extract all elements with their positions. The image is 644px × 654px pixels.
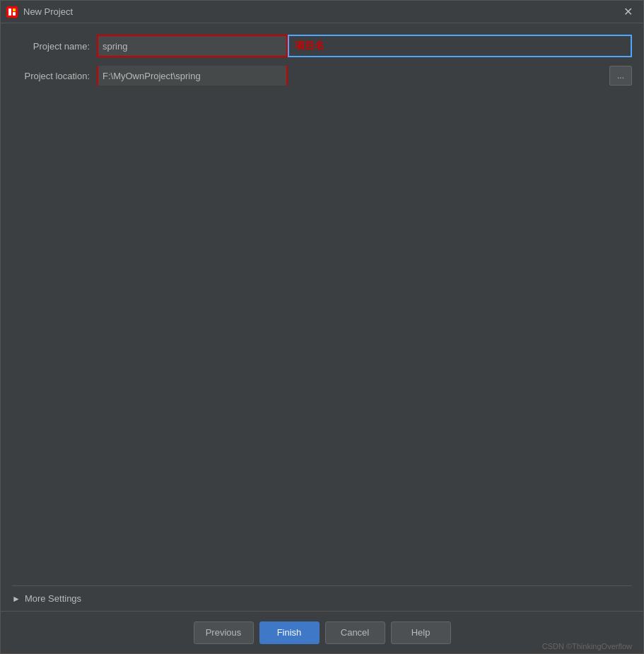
svg-rect-0 <box>6 6 18 18</box>
project-name-row: Project name: 项目名 <box>12 35 632 57</box>
title-bar: New Project ✕ <box>1 1 643 23</box>
cancel-button[interactable]: Cancel <box>325 621 385 644</box>
svg-rect-2 <box>13 12 16 16</box>
content-spacer <box>12 94 632 585</box>
button-bar: Previous Finish Cancel Help CSDN ©Thinki… <box>1 611 643 653</box>
location-right: ... <box>288 66 632 86</box>
app-icon <box>6 6 18 18</box>
project-name-input[interactable] <box>98 36 286 56</box>
more-settings[interactable]: ► More Settings <box>12 585 632 611</box>
more-settings-label: More Settings <box>25 593 81 604</box>
dialog-content: Project name: 项目名 Project location: ... <box>1 23 643 611</box>
project-name-input-wrapper <box>97 35 288 57</box>
browse-button[interactable]: ... <box>609 66 632 86</box>
more-settings-arrow-icon: ► <box>12 594 21 604</box>
finish-button[interactable]: Finish <box>259 621 320 644</box>
project-location-group: ... <box>97 66 632 86</box>
project-location-input[interactable] <box>98 66 286 86</box>
new-project-dialog: New Project ✕ Project name: 项目名 Project … <box>0 0 644 654</box>
svg-rect-3 <box>13 8 16 11</box>
previous-button[interactable]: Previous <box>194 621 254 644</box>
project-name-label: Project name: <box>12 41 97 52</box>
svg-rect-1 <box>8 8 11 16</box>
watermark-text: CSDN ©ThinkingOverflow <box>542 642 632 650</box>
close-button[interactable]: ✕ <box>618 2 638 22</box>
project-location-row: Project location: ... <box>12 66 632 86</box>
project-location-label: Project location: <box>12 71 97 81</box>
annotation-text: 项目名 <box>295 40 324 52</box>
project-name-group: 项目名 <box>97 35 632 57</box>
window-title: New Project <box>23 6 618 17</box>
project-location-input-wrapper <box>97 66 288 86</box>
help-button[interactable]: Help <box>391 621 451 644</box>
annotation-box: 项目名 <box>288 35 632 57</box>
